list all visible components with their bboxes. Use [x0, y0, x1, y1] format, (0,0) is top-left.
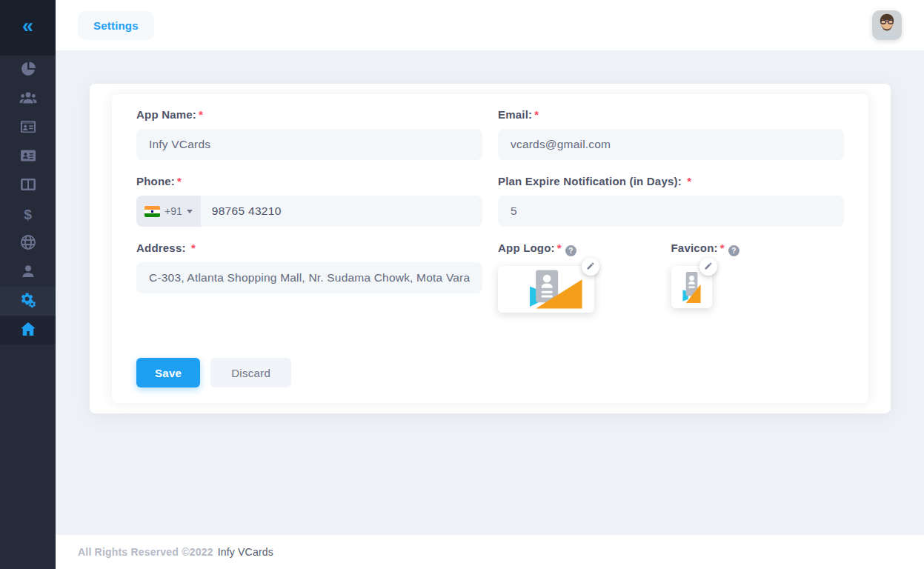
sidebar-item-dashboard[interactable] — [0, 56, 56, 84]
page-title-label: Settings — [93, 19, 139, 32]
help-icon[interactable]: ? — [565, 245, 576, 256]
content: App Name:* Email:* Phone:* — [56, 50, 924, 535]
id-card-icon — [19, 118, 37, 139]
sidebar-item-users[interactable] — [0, 84, 56, 113]
avatar[interactable] — [872, 10, 902, 40]
phone-input-wrap: +91 — [136, 196, 482, 227]
address-card-icon — [19, 147, 37, 167]
sidebar-item-contacts[interactable] — [0, 142, 56, 171]
dial-code: +91 — [164, 205, 182, 217]
address-field-group: Address: * — [136, 242, 482, 313]
footer-brand[interactable]: Infy VCards — [218, 546, 273, 558]
country-code-select[interactable]: +91 — [136, 196, 201, 227]
app-name-input[interactable] — [136, 129, 482, 160]
sidebar-item-vcards[interactable] — [0, 113, 56, 142]
email-field-group: Email:* — [498, 108, 844, 160]
discard-button[interactable]: Discard — [210, 358, 291, 387]
main-area: Settings — [56, 0, 924, 569]
address-label: Address: * — [136, 242, 482, 254]
page-title: Settings — [78, 11, 154, 40]
settings-card-body: App Name:* Email:* Phone:* — [112, 94, 868, 403]
plan-expire-label: Plan Expire Notification (in Days): * — [498, 175, 844, 187]
app-name-label: App Name:* — [136, 108, 482, 121]
required-asterisk: * — [199, 108, 203, 121]
phone-label: Phone:* — [136, 175, 482, 187]
required-asterisk: * — [720, 242, 725, 254]
sidebar-bottom-nav — [0, 287, 56, 345]
columns-icon — [19, 176, 37, 196]
header: Settings — [56, 0, 924, 50]
plan-expire-input[interactable] — [498, 196, 844, 227]
app-logo-label: App Logo:*? — [498, 242, 671, 256]
india-flag-icon — [144, 206, 160, 217]
app-logo-preview — [498, 266, 594, 313]
pie-chart-icon — [19, 60, 37, 81]
globe-icon — [19, 233, 37, 254]
sidebar-item-settings[interactable] — [0, 287, 56, 316]
edit-app-logo-button[interactable] — [582, 258, 599, 276]
required-asterisk: * — [557, 242, 562, 254]
uploads-row: App Logo:*? — [498, 242, 844, 313]
phone-field-group: Phone:* +91 — [136, 175, 482, 227]
favicon-group: Favicon:*? — [671, 242, 845, 313]
sidebar-item-plans[interactable]: $ — [0, 200, 56, 229]
favicon-preview — [671, 266, 712, 308]
pencil-icon — [586, 262, 595, 273]
sidebar: « — [0, 0, 56, 569]
sidebar-nav: $ — [0, 56, 56, 287]
chevron-down-icon — [187, 210, 193, 213]
phone-number-input[interactable] — [201, 196, 482, 227]
app-window: « — [0, 0, 924, 569]
sidebar-item-account[interactable] — [0, 258, 56, 287]
sidebar-header: « — [0, 0, 56, 56]
sidebar-item-templates[interactable] — [0, 171, 56, 200]
favicon-label: Favicon:*? — [671, 242, 845, 256]
sidebar-item-home[interactable] — [0, 316, 56, 345]
chevrons-left-icon: « — [22, 15, 33, 37]
copyright-text: All Rights Reserved ©2022 — [78, 546, 213, 558]
required-asterisk: * — [534, 108, 539, 121]
required-asterisk: * — [177, 175, 182, 187]
plan-expire-field-group: Plan Expire Notification (in Days): * — [498, 175, 844, 227]
help-icon[interactable]: ? — [728, 245, 739, 256]
footer: All Rights Reserved ©2022 Infy VCards — [56, 535, 924, 569]
save-button[interactable]: Save — [136, 358, 200, 387]
required-asterisk: * — [191, 242, 196, 254]
form-actions: Save Discard — [136, 358, 844, 387]
address-input[interactable] — [136, 262, 482, 293]
required-asterisk: * — [687, 175, 691, 187]
edit-favicon-button[interactable] — [699, 258, 717, 276]
sidebar-item-languages[interactable] — [0, 229, 56, 258]
home-icon — [19, 320, 37, 341]
favicon-image — [679, 270, 704, 305]
app-logo-image — [508, 268, 585, 311]
app-logo-group: App Logo:*? — [498, 242, 671, 313]
email-label: Email:* — [498, 108, 844, 121]
pencil-icon — [704, 262, 713, 273]
gears-icon — [19, 291, 37, 312]
email-input[interactable] — [498, 129, 844, 160]
settings-card: App Name:* Email:* Phone:* — [90, 84, 891, 413]
dollar-icon: $ — [24, 207, 32, 223]
settings-form: App Name:* Email:* Phone:* — [136, 108, 844, 327]
app-name-field-group: App Name:* — [136, 108, 482, 160]
user-icon — [19, 262, 37, 283]
users-icon — [19, 89, 37, 110]
sidebar-collapse-button[interactable]: « — [22, 16, 33, 39]
